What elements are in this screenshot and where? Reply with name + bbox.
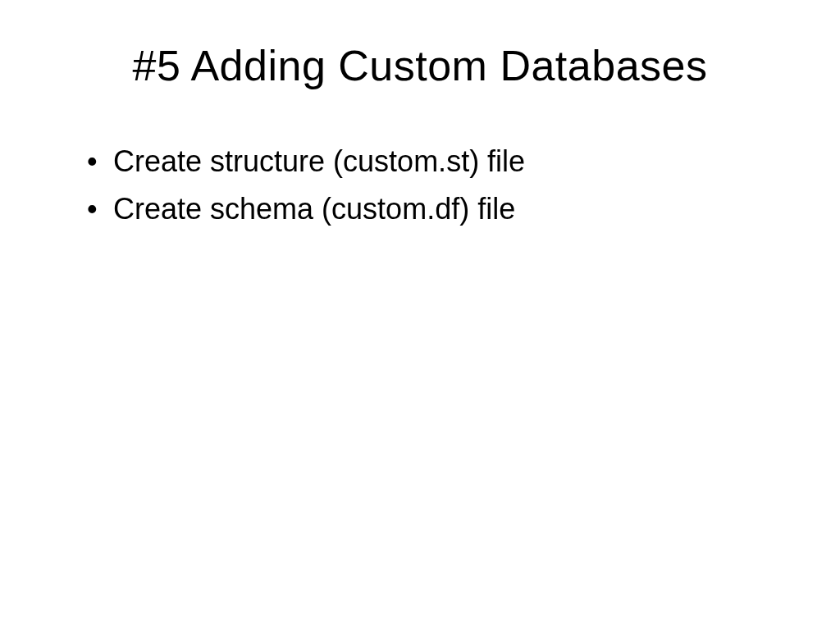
slide-title: #5 Adding Custom Databases — [74, 41, 766, 90]
list-item: Create structure (custom.st) file — [82, 139, 766, 184]
bullet-list: Create structure (custom.st) file Create… — [74, 139, 766, 231]
list-item: Create schema (custom.df) file — [82, 187, 766, 231]
